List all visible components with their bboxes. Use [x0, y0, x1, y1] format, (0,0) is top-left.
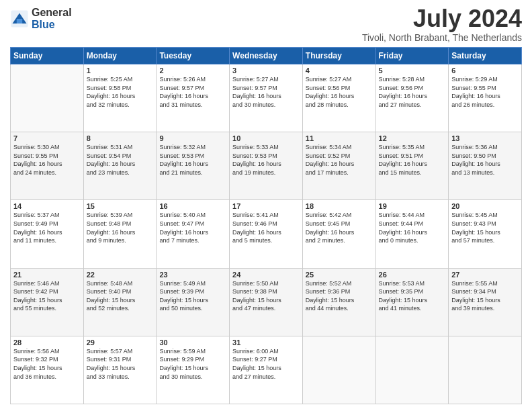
day-info: Sunrise: 5:35 AM Sunset: 9:51 PM Dayligh…: [379, 143, 446, 177]
day-info: Sunrise: 5:45 AM Sunset: 9:43 PM Dayligh…: [451, 211, 519, 244]
day-number: 4: [306, 66, 373, 75]
day-info: Sunrise: 5:27 AM Sunset: 9:57 PM Dayligh…: [232, 75, 300, 109]
day-number: 9: [159, 134, 226, 142]
day-number: 23: [159, 271, 226, 279]
weekday-header: Wednesday: [230, 48, 303, 64]
weekday-header: Friday: [375, 48, 449, 64]
calendar-week-row: 21Sunrise: 5:46 AM Sunset: 9:42 PM Dayli…: [11, 268, 522, 336]
day-info: Sunrise: 5:46 AM Sunset: 9:42 PM Dayligh…: [13, 279, 81, 313]
calendar-cell: 11Sunrise: 5:34 AM Sunset: 9:52 PM Dayli…: [302, 132, 375, 200]
calendar-cell: 21Sunrise: 5:46 AM Sunset: 9:42 PM Dayli…: [11, 268, 84, 336]
calendar-cell: 25Sunrise: 5:52 AM Sunset: 9:36 PM Dayli…: [302, 268, 375, 336]
logo-blue: Blue: [32, 19, 72, 31]
day-info: Sunrise: 5:48 AM Sunset: 9:40 PM Dayligh…: [87, 279, 154, 313]
day-info: Sunrise: 5:53 AM Sunset: 9:35 PM Dayligh…: [379, 279, 446, 313]
day-number: 27: [451, 271, 519, 279]
day-info: Sunrise: 5:44 AM Sunset: 9:44 PM Dayligh…: [379, 211, 446, 244]
calendar-table: SundayMondayTuesdayWednesdayThursdayFrid…: [10, 47, 522, 404]
calendar-cell: 30Sunrise: 5:59 AM Sunset: 9:29 PM Dayli…: [157, 336, 230, 404]
calendar-cell: 5Sunrise: 5:28 AM Sunset: 9:56 PM Daylig…: [375, 64, 449, 132]
calendar-cell: 28Sunrise: 5:56 AM Sunset: 9:32 PM Dayli…: [11, 336, 84, 404]
day-number: 2: [159, 66, 226, 75]
day-number: 15: [87, 202, 154, 210]
day-info: Sunrise: 5:39 AM Sunset: 9:48 PM Dayligh…: [87, 211, 154, 244]
calendar-cell: 8Sunrise: 5:31 AM Sunset: 9:54 PM Daylig…: [83, 132, 157, 200]
day-info: Sunrise: 5:33 AM Sunset: 9:53 PM Dayligh…: [232, 143, 300, 177]
day-number: 8: [87, 134, 154, 142]
day-info: Sunrise: 5:49 AM Sunset: 9:39 PM Dayligh…: [159, 279, 226, 313]
calendar-week-row: 1Sunrise: 5:25 AM Sunset: 9:58 PM Daylig…: [11, 64, 522, 132]
day-number: 30: [159, 338, 226, 347]
day-number: 5: [379, 66, 446, 75]
day-number: 16: [159, 202, 226, 210]
day-number: 14: [13, 202, 81, 210]
calendar-cell: 7Sunrise: 5:30 AM Sunset: 9:55 PM Daylig…: [11, 132, 84, 200]
weekday-header: Sunday: [11, 48, 84, 64]
day-info: Sunrise: 5:59 AM Sunset: 9:29 PM Dayligh…: [159, 347, 226, 381]
day-number: 28: [13, 338, 81, 347]
calendar-week-row: 14Sunrise: 5:37 AM Sunset: 9:49 PM Dayli…: [11, 200, 522, 268]
day-info: Sunrise: 5:36 AM Sunset: 9:50 PM Dayligh…: [451, 143, 519, 177]
day-number: 3: [232, 66, 300, 75]
calendar-cell: 1Sunrise: 5:25 AM Sunset: 9:58 PM Daylig…: [83, 64, 157, 132]
calendar-cell: 29Sunrise: 5:57 AM Sunset: 9:31 PM Dayli…: [83, 336, 157, 404]
calendar-cell: 26Sunrise: 5:53 AM Sunset: 9:35 PM Dayli…: [375, 268, 449, 336]
weekday-header: Monday: [83, 48, 157, 64]
logo: General Blue: [10, 7, 72, 30]
calendar-week-row: 7Sunrise: 5:30 AM Sunset: 9:55 PM Daylig…: [11, 132, 522, 200]
day-info: Sunrise: 5:37 AM Sunset: 9:49 PM Dayligh…: [13, 211, 81, 244]
weekday-header-row: SundayMondayTuesdayWednesdayThursdayFrid…: [11, 48, 522, 64]
calendar-cell: 31Sunrise: 6:00 AM Sunset: 9:27 PM Dayli…: [230, 336, 303, 404]
day-info: Sunrise: 5:41 AM Sunset: 9:46 PM Dayligh…: [232, 211, 300, 244]
day-info: Sunrise: 5:31 AM Sunset: 9:54 PM Dayligh…: [87, 143, 154, 177]
header: General Blue July 2024 Tivoli, North Bra…: [10, 7, 522, 43]
day-number: 17: [232, 202, 300, 210]
day-info: Sunrise: 5:30 AM Sunset: 9:55 PM Dayligh…: [13, 143, 81, 177]
day-number: 29: [87, 338, 154, 347]
day-number: 12: [379, 134, 446, 142]
logo-icon: [10, 9, 29, 28]
calendar-cell: 18Sunrise: 5:42 AM Sunset: 9:45 PM Dayli…: [302, 200, 375, 268]
calendar-cell: 9Sunrise: 5:32 AM Sunset: 9:53 PM Daylig…: [157, 132, 230, 200]
day-number: 24: [232, 271, 300, 279]
calendar-cell: 20Sunrise: 5:45 AM Sunset: 9:43 PM Dayli…: [449, 200, 522, 268]
location-subtitle: Tivoli, North Brabant, The Netherlands: [362, 32, 522, 43]
day-info: Sunrise: 5:27 AM Sunset: 9:56 PM Dayligh…: [306, 75, 373, 109]
month-year-title: July 2024: [362, 7, 522, 31]
day-info: Sunrise: 5:52 AM Sunset: 9:36 PM Dayligh…: [306, 279, 373, 313]
calendar-cell: 13Sunrise: 5:36 AM Sunset: 9:50 PM Dayli…: [449, 132, 522, 200]
weekday-header: Thursday: [302, 48, 375, 64]
day-info: Sunrise: 5:50 AM Sunset: 9:38 PM Dayligh…: [232, 279, 300, 313]
day-number: 25: [306, 271, 373, 279]
day-info: Sunrise: 5:34 AM Sunset: 9:52 PM Dayligh…: [306, 143, 373, 177]
weekday-header: Tuesday: [157, 48, 230, 64]
day-number: 6: [451, 66, 519, 75]
calendar-cell: 2Sunrise: 5:26 AM Sunset: 9:57 PM Daylig…: [157, 64, 230, 132]
calendar-cell: 3Sunrise: 5:27 AM Sunset: 9:57 PM Daylig…: [230, 64, 303, 132]
day-info: Sunrise: 5:57 AM Sunset: 9:31 PM Dayligh…: [87, 347, 154, 381]
day-number: 13: [451, 134, 519, 142]
calendar-cell: [302, 336, 375, 404]
day-info: Sunrise: 5:40 AM Sunset: 9:47 PM Dayligh…: [159, 211, 226, 244]
day-number: 19: [379, 202, 446, 210]
page: General Blue July 2024 Tivoli, North Bra…: [0, 0, 532, 411]
calendar-cell: [449, 336, 522, 404]
day-number: 31: [232, 338, 300, 347]
day-info: Sunrise: 5:25 AM Sunset: 9:58 PM Dayligh…: [87, 75, 154, 109]
calendar-cell: 14Sunrise: 5:37 AM Sunset: 9:49 PM Dayli…: [11, 200, 84, 268]
calendar-cell: 23Sunrise: 5:49 AM Sunset: 9:39 PM Dayli…: [157, 268, 230, 336]
day-number: 18: [306, 202, 373, 210]
svg-rect-2: [17, 19, 22, 24]
day-info: Sunrise: 5:42 AM Sunset: 9:45 PM Dayligh…: [306, 211, 373, 244]
day-info: Sunrise: 5:28 AM Sunset: 9:56 PM Dayligh…: [379, 75, 446, 109]
calendar-cell: [375, 336, 449, 404]
logo-general: General: [32, 7, 72, 19]
calendar-week-row: 28Sunrise: 5:56 AM Sunset: 9:32 PM Dayli…: [11, 336, 522, 404]
day-number: 1: [87, 66, 154, 75]
day-number: 20: [451, 202, 519, 210]
calendar-cell: 19Sunrise: 5:44 AM Sunset: 9:44 PM Dayli…: [375, 200, 449, 268]
calendar-cell: 17Sunrise: 5:41 AM Sunset: 9:46 PM Dayli…: [230, 200, 303, 268]
title-block: July 2024 Tivoli, North Brabant, The Net…: [362, 7, 522, 43]
day-number: 7: [13, 134, 81, 142]
day-number: 22: [87, 271, 154, 279]
